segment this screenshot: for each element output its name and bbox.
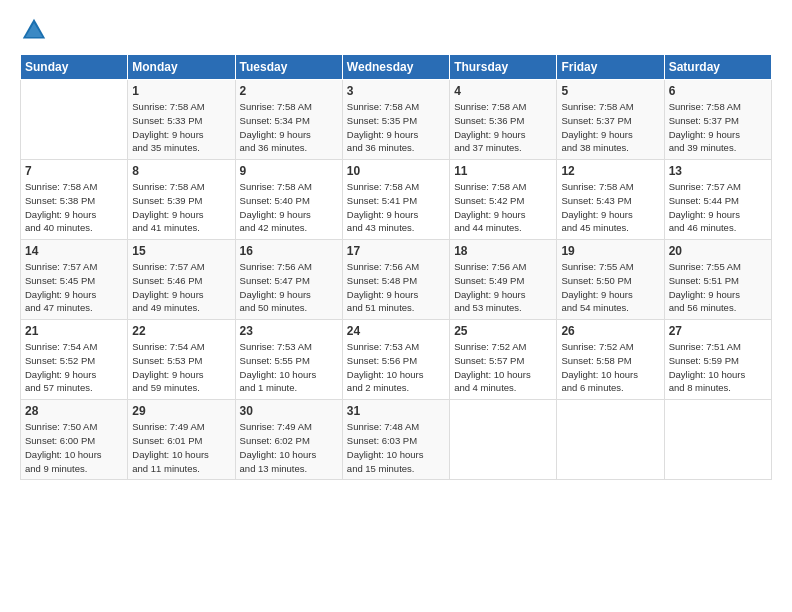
- day-number: 6: [669, 84, 767, 98]
- day-number: 11: [454, 164, 552, 178]
- day-info: Sunrise: 7:58 AM Sunset: 5:33 PM Dayligh…: [132, 100, 230, 155]
- day-info: Sunrise: 7:53 AM Sunset: 5:56 PM Dayligh…: [347, 340, 445, 395]
- day-cell: 11Sunrise: 7:58 AM Sunset: 5:42 PM Dayli…: [450, 160, 557, 240]
- day-cell: 23Sunrise: 7:53 AM Sunset: 5:55 PM Dayli…: [235, 320, 342, 400]
- day-cell: [450, 400, 557, 480]
- week-row-4: 21Sunrise: 7:54 AM Sunset: 5:52 PM Dayli…: [21, 320, 772, 400]
- day-number: 5: [561, 84, 659, 98]
- day-info: Sunrise: 7:58 AM Sunset: 5:34 PM Dayligh…: [240, 100, 338, 155]
- day-number: 27: [669, 324, 767, 338]
- day-cell: 29Sunrise: 7:49 AM Sunset: 6:01 PM Dayli…: [128, 400, 235, 480]
- week-row-5: 28Sunrise: 7:50 AM Sunset: 6:00 PM Dayli…: [21, 400, 772, 480]
- day-info: Sunrise: 7:58 AM Sunset: 5:35 PM Dayligh…: [347, 100, 445, 155]
- day-cell: 13Sunrise: 7:57 AM Sunset: 5:44 PM Dayli…: [664, 160, 771, 240]
- day-info: Sunrise: 7:56 AM Sunset: 5:49 PM Dayligh…: [454, 260, 552, 315]
- day-cell: 28Sunrise: 7:50 AM Sunset: 6:00 PM Dayli…: [21, 400, 128, 480]
- day-number: 9: [240, 164, 338, 178]
- day-info: Sunrise: 7:52 AM Sunset: 5:58 PM Dayligh…: [561, 340, 659, 395]
- day-number: 17: [347, 244, 445, 258]
- calendar-header-row: SundayMondayTuesdayWednesdayThursdayFrid…: [21, 55, 772, 80]
- day-number: 12: [561, 164, 659, 178]
- day-number: 13: [669, 164, 767, 178]
- day-info: Sunrise: 7:58 AM Sunset: 5:38 PM Dayligh…: [25, 180, 123, 235]
- day-info: Sunrise: 7:55 AM Sunset: 5:51 PM Dayligh…: [669, 260, 767, 315]
- day-cell: 19Sunrise: 7:55 AM Sunset: 5:50 PM Dayli…: [557, 240, 664, 320]
- day-cell: 14Sunrise: 7:57 AM Sunset: 5:45 PM Dayli…: [21, 240, 128, 320]
- day-number: 22: [132, 324, 230, 338]
- day-info: Sunrise: 7:53 AM Sunset: 5:55 PM Dayligh…: [240, 340, 338, 395]
- header-friday: Friday: [557, 55, 664, 80]
- day-cell: 25Sunrise: 7:52 AM Sunset: 5:57 PM Dayli…: [450, 320, 557, 400]
- day-number: 18: [454, 244, 552, 258]
- day-info: Sunrise: 7:57 AM Sunset: 5:46 PM Dayligh…: [132, 260, 230, 315]
- day-cell: 20Sunrise: 7:55 AM Sunset: 5:51 PM Dayli…: [664, 240, 771, 320]
- day-number: 25: [454, 324, 552, 338]
- day-cell: 16Sunrise: 7:56 AM Sunset: 5:47 PM Dayli…: [235, 240, 342, 320]
- header-tuesday: Tuesday: [235, 55, 342, 80]
- day-info: Sunrise: 7:50 AM Sunset: 6:00 PM Dayligh…: [25, 420, 123, 475]
- day-cell: 9Sunrise: 7:58 AM Sunset: 5:40 PM Daylig…: [235, 160, 342, 240]
- day-info: Sunrise: 7:56 AM Sunset: 5:47 PM Dayligh…: [240, 260, 338, 315]
- day-cell: 7Sunrise: 7:58 AM Sunset: 5:38 PM Daylig…: [21, 160, 128, 240]
- day-info: Sunrise: 7:58 AM Sunset: 5:43 PM Dayligh…: [561, 180, 659, 235]
- day-number: 23: [240, 324, 338, 338]
- header-thursday: Thursday: [450, 55, 557, 80]
- day-cell: 8Sunrise: 7:58 AM Sunset: 5:39 PM Daylig…: [128, 160, 235, 240]
- day-cell: 2Sunrise: 7:58 AM Sunset: 5:34 PM Daylig…: [235, 80, 342, 160]
- day-cell: 24Sunrise: 7:53 AM Sunset: 5:56 PM Dayli…: [342, 320, 449, 400]
- header-sunday: Sunday: [21, 55, 128, 80]
- day-cell: 15Sunrise: 7:57 AM Sunset: 5:46 PM Dayli…: [128, 240, 235, 320]
- day-cell: 17Sunrise: 7:56 AM Sunset: 5:48 PM Dayli…: [342, 240, 449, 320]
- day-info: Sunrise: 7:49 AM Sunset: 6:01 PM Dayligh…: [132, 420, 230, 475]
- header: [20, 16, 772, 44]
- header-wednesday: Wednesday: [342, 55, 449, 80]
- day-info: Sunrise: 7:58 AM Sunset: 5:39 PM Dayligh…: [132, 180, 230, 235]
- day-number: 8: [132, 164, 230, 178]
- day-number: 15: [132, 244, 230, 258]
- day-info: Sunrise: 7:56 AM Sunset: 5:48 PM Dayligh…: [347, 260, 445, 315]
- day-number: 21: [25, 324, 123, 338]
- day-cell: 12Sunrise: 7:58 AM Sunset: 5:43 PM Dayli…: [557, 160, 664, 240]
- day-info: Sunrise: 7:58 AM Sunset: 5:42 PM Dayligh…: [454, 180, 552, 235]
- day-cell: [21, 80, 128, 160]
- day-cell: 26Sunrise: 7:52 AM Sunset: 5:58 PM Dayli…: [557, 320, 664, 400]
- day-number: 3: [347, 84, 445, 98]
- day-cell: [664, 400, 771, 480]
- day-number: 2: [240, 84, 338, 98]
- day-info: Sunrise: 7:48 AM Sunset: 6:03 PM Dayligh…: [347, 420, 445, 475]
- week-row-3: 14Sunrise: 7:57 AM Sunset: 5:45 PM Dayli…: [21, 240, 772, 320]
- day-info: Sunrise: 7:58 AM Sunset: 5:41 PM Dayligh…: [347, 180, 445, 235]
- header-monday: Monday: [128, 55, 235, 80]
- day-cell: [557, 400, 664, 480]
- logo-icon: [20, 16, 48, 44]
- calendar-table: SundayMondayTuesdayWednesdayThursdayFrid…: [20, 54, 772, 480]
- day-cell: 5Sunrise: 7:58 AM Sunset: 5:37 PM Daylig…: [557, 80, 664, 160]
- day-number: 30: [240, 404, 338, 418]
- day-info: Sunrise: 7:57 AM Sunset: 5:44 PM Dayligh…: [669, 180, 767, 235]
- day-info: Sunrise: 7:54 AM Sunset: 5:53 PM Dayligh…: [132, 340, 230, 395]
- week-row-2: 7Sunrise: 7:58 AM Sunset: 5:38 PM Daylig…: [21, 160, 772, 240]
- day-info: Sunrise: 7:49 AM Sunset: 6:02 PM Dayligh…: [240, 420, 338, 475]
- day-info: Sunrise: 7:52 AM Sunset: 5:57 PM Dayligh…: [454, 340, 552, 395]
- day-info: Sunrise: 7:57 AM Sunset: 5:45 PM Dayligh…: [25, 260, 123, 315]
- day-number: 29: [132, 404, 230, 418]
- day-number: 19: [561, 244, 659, 258]
- day-number: 31: [347, 404, 445, 418]
- day-cell: 30Sunrise: 7:49 AM Sunset: 6:02 PM Dayli…: [235, 400, 342, 480]
- day-number: 28: [25, 404, 123, 418]
- day-number: 14: [25, 244, 123, 258]
- day-cell: 22Sunrise: 7:54 AM Sunset: 5:53 PM Dayli…: [128, 320, 235, 400]
- day-info: Sunrise: 7:54 AM Sunset: 5:52 PM Dayligh…: [25, 340, 123, 395]
- day-number: 26: [561, 324, 659, 338]
- day-info: Sunrise: 7:58 AM Sunset: 5:37 PM Dayligh…: [669, 100, 767, 155]
- day-cell: 1Sunrise: 7:58 AM Sunset: 5:33 PM Daylig…: [128, 80, 235, 160]
- day-number: 10: [347, 164, 445, 178]
- day-cell: 10Sunrise: 7:58 AM Sunset: 5:41 PM Dayli…: [342, 160, 449, 240]
- day-number: 4: [454, 84, 552, 98]
- day-cell: 27Sunrise: 7:51 AM Sunset: 5:59 PM Dayli…: [664, 320, 771, 400]
- day-number: 16: [240, 244, 338, 258]
- header-saturday: Saturday: [664, 55, 771, 80]
- day-cell: 3Sunrise: 7:58 AM Sunset: 5:35 PM Daylig…: [342, 80, 449, 160]
- day-info: Sunrise: 7:51 AM Sunset: 5:59 PM Dayligh…: [669, 340, 767, 395]
- day-number: 7: [25, 164, 123, 178]
